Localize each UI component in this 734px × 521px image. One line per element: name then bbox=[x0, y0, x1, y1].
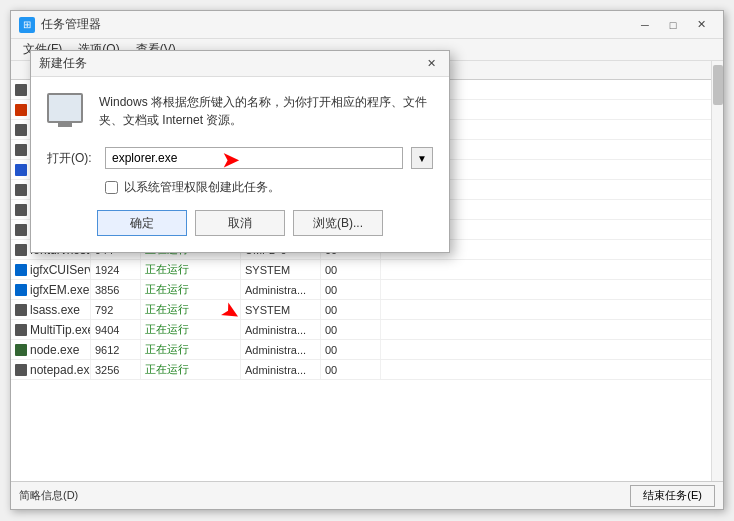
scroll-thumb bbox=[713, 65, 723, 105]
table-row[interactable]: lsass.exe792正在运行SYSTEM00 bbox=[11, 300, 711, 320]
process-icon bbox=[15, 364, 27, 376]
process-icon bbox=[15, 184, 27, 196]
process-cpu: 00 bbox=[321, 260, 381, 279]
dialog-buttons: 确定 取消 浏览(B)... bbox=[47, 210, 433, 236]
process-user: Administra... bbox=[241, 360, 321, 379]
open-dropdown-button[interactable]: ▼ bbox=[411, 147, 433, 169]
process-status: 正在运行 bbox=[141, 320, 241, 339]
process-name: notepad.exe bbox=[11, 360, 91, 379]
close-button[interactable]: ✕ bbox=[687, 15, 715, 35]
process-name: igfxEM.exe bbox=[11, 280, 91, 299]
dialog-icon-area bbox=[47, 93, 87, 133]
process-status: 正在运行 bbox=[141, 300, 241, 319]
process-icon bbox=[15, 224, 27, 236]
browse-button[interactable]: 浏览(B)... bbox=[293, 210, 383, 236]
process-cpu: 00 bbox=[321, 340, 381, 359]
process-pid: 3856 bbox=[91, 280, 141, 299]
process-icon bbox=[15, 324, 27, 336]
process-user: Administra... bbox=[241, 340, 321, 359]
process-user: Administra... bbox=[241, 320, 321, 339]
process-icon bbox=[15, 164, 27, 176]
new-task-dialog: 新建任务 ✕ Windows 将根据您所键入的名称，为你打开相应的程序、文件夹、… bbox=[30, 50, 450, 253]
title-bar: ⊞ 任务管理器 ─ □ ✕ bbox=[11, 11, 723, 39]
dialog-close-button[interactable]: ✕ bbox=[421, 55, 441, 73]
process-icon bbox=[15, 124, 27, 136]
maximize-button[interactable]: □ bbox=[659, 15, 687, 35]
process-user: SYSTEM bbox=[241, 260, 321, 279]
open-input[interactable] bbox=[105, 147, 403, 169]
process-status: 正在运行 bbox=[141, 360, 241, 379]
open-label: 打开(O): bbox=[47, 150, 97, 167]
title-bar-left: ⊞ 任务管理器 bbox=[19, 16, 101, 33]
table-row[interactable]: MultiTip.exe9404正在运行Administra...00 bbox=[11, 320, 711, 340]
process-status: 正在运行 bbox=[141, 280, 241, 299]
bottom-bar: 简略信息(D) 结束任务(E) bbox=[11, 481, 723, 509]
open-row: 打开(O): ▼ bbox=[47, 147, 433, 169]
process-pid: 3256 bbox=[91, 360, 141, 379]
end-task-button[interactable]: 结束任务(E) bbox=[630, 485, 715, 507]
process-pid: 9404 bbox=[91, 320, 141, 339]
taskmanager-icon: ⊞ bbox=[19, 17, 35, 33]
dialog-title-bar: 新建任务 ✕ bbox=[31, 51, 449, 77]
process-status: 正在运行 bbox=[141, 340, 241, 359]
minimize-button[interactable]: ─ bbox=[631, 15, 659, 35]
process-name: lsass.exe bbox=[11, 300, 91, 319]
process-user: Administra... bbox=[241, 280, 321, 299]
monitor-icon bbox=[47, 93, 83, 123]
process-cpu: 00 bbox=[321, 320, 381, 339]
process-pid: 792 bbox=[91, 300, 141, 319]
process-name: igfxCUIService.exe bbox=[11, 260, 91, 279]
table-row[interactable]: notepad.exe3256正在运行Administra...00 bbox=[11, 360, 711, 380]
scrollbar[interactable] bbox=[711, 61, 723, 481]
process-icon bbox=[15, 264, 27, 276]
process-pid: 9612 bbox=[91, 340, 141, 359]
dialog-description: Windows 将根据您所键入的名称，为你打开相应的程序、文件夹、文档或 Int… bbox=[99, 93, 433, 133]
dialog-body: Windows 将根据您所键入的名称，为你打开相应的程序、文件夹、文档或 Int… bbox=[31, 77, 449, 252]
title-text: 任务管理器 bbox=[41, 16, 101, 33]
process-cpu: 00 bbox=[321, 300, 381, 319]
process-user: SYSTEM bbox=[241, 300, 321, 319]
table-row[interactable]: igfxEM.exe3856正在运行Administra...00 bbox=[11, 280, 711, 300]
title-controls: ─ □ ✕ bbox=[631, 15, 715, 35]
cancel-button[interactable]: 取消 bbox=[195, 210, 285, 236]
process-icon bbox=[15, 344, 27, 356]
process-icon bbox=[15, 104, 27, 116]
process-icon bbox=[15, 284, 27, 296]
checkbox-label: 以系统管理权限创建此任务。 bbox=[124, 179, 280, 196]
process-icon bbox=[15, 84, 27, 96]
sysadmin-checkbox[interactable] bbox=[105, 181, 118, 194]
process-icon bbox=[15, 304, 27, 316]
dialog-top: Windows 将根据您所键入的名称，为你打开相应的程序、文件夹、文档或 Int… bbox=[47, 93, 433, 133]
brief-info-label[interactable]: 简略信息(D) bbox=[19, 488, 78, 503]
process-cpu: 00 bbox=[321, 360, 381, 379]
process-cpu: 00 bbox=[321, 280, 381, 299]
process-pid: 1924 bbox=[91, 260, 141, 279]
table-row[interactable]: igfxCUIService.exe1924正在运行SYSTEM00 bbox=[11, 260, 711, 280]
process-name: MultiTip.exe bbox=[11, 320, 91, 339]
checkbox-row: 以系统管理权限创建此任务。 bbox=[105, 179, 433, 196]
dialog-title: 新建任务 bbox=[39, 55, 87, 72]
process-icon bbox=[15, 204, 27, 216]
ok-button[interactable]: 确定 bbox=[97, 210, 187, 236]
process-name: node.exe bbox=[11, 340, 91, 359]
process-icon bbox=[15, 144, 27, 156]
process-status: 正在运行 bbox=[141, 260, 241, 279]
process-icon bbox=[15, 244, 27, 256]
table-row[interactable]: node.exe9612正在运行Administra...00 bbox=[11, 340, 711, 360]
